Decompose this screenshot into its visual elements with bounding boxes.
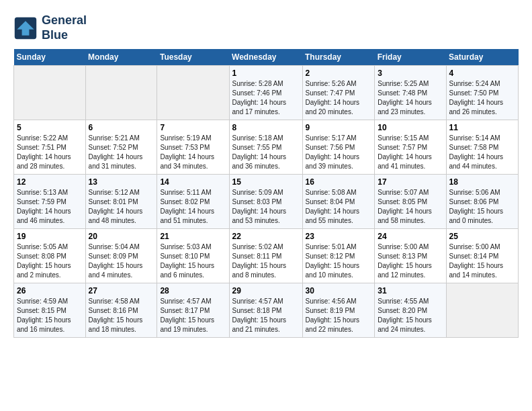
calendar-week-row: 19Sunrise: 5:05 AM Sunset: 8:08 PM Dayli…	[14, 229, 519, 283]
day-number: 18	[449, 177, 516, 187]
calendar-week-row: 5Sunrise: 5:22 AM Sunset: 7:51 PM Daylig…	[14, 120, 519, 175]
calendar-day-cell: 2Sunrise: 5:26 AM Sunset: 7:47 PM Daylig…	[302, 66, 375, 120]
day-info: Sunrise: 5:28 AM Sunset: 7:46 PM Dayligh…	[232, 79, 300, 117]
day-number: 20	[89, 232, 154, 241]
weekday-header-cell: Monday	[85, 49, 157, 66]
day-info: Sunrise: 5:05 AM Sunset: 8:08 PM Dayligh…	[17, 242, 83, 280]
weekday-header-cell: Saturday	[446, 49, 519, 66]
calendar-day-cell: 23Sunrise: 5:01 AM Sunset: 8:12 PM Dayli…	[302, 229, 375, 283]
day-info: Sunrise: 5:02 AM Sunset: 8:11 PM Dayligh…	[232, 242, 300, 280]
day-info: Sunrise: 5:08 AM Sunset: 8:04 PM Dayligh…	[306, 188, 372, 226]
day-info: Sunrise: 5:19 AM Sunset: 7:53 PM Dayligh…	[160, 134, 226, 171]
day-number: 21	[160, 232, 226, 241]
calendar-week-row: 1Sunrise: 5:28 AM Sunset: 7:46 PM Daylig…	[14, 66, 519, 120]
day-number: 3	[378, 68, 443, 78]
day-number: 13	[89, 177, 154, 187]
calendar-day-cell: 27Sunrise: 4:58 AM Sunset: 8:16 PM Dayli…	[85, 283, 157, 338]
day-number: 25	[449, 232, 516, 241]
day-number: 16	[306, 177, 372, 187]
day-info: Sunrise: 5:01 AM Sunset: 8:12 PM Dayligh…	[306, 242, 372, 280]
calendar-day-cell: 8Sunrise: 5:18 AM Sunset: 7:55 PM Daylig…	[229, 120, 302, 175]
calendar-day-cell: 29Sunrise: 4:57 AM Sunset: 8:18 PM Dayli…	[229, 283, 302, 338]
calendar-week-row: 26Sunrise: 4:59 AM Sunset: 8:15 PM Dayli…	[14, 283, 519, 338]
day-info: Sunrise: 4:58 AM Sunset: 8:16 PM Dayligh…	[89, 297, 154, 334]
day-number: 2	[306, 68, 372, 78]
day-number: 22	[232, 232, 300, 241]
day-info: Sunrise: 5:04 AM Sunset: 8:09 PM Dayligh…	[89, 242, 154, 280]
day-info: Sunrise: 4:56 AM Sunset: 8:19 PM Dayligh…	[306, 297, 372, 334]
calendar-day-cell: 10Sunrise: 5:15 AM Sunset: 7:57 PM Dayli…	[375, 120, 446, 175]
weekday-header-cell: Wednesday	[229, 49, 302, 66]
calendar-day-cell	[14, 66, 86, 120]
calendar-day-cell: 6Sunrise: 5:21 AM Sunset: 7:52 PM Daylig…	[85, 120, 157, 175]
weekday-header-cell: Sunday	[14, 49, 86, 66]
day-info: Sunrise: 4:57 AM Sunset: 8:18 PM Dayligh…	[232, 297, 300, 334]
calendar-day-cell: 20Sunrise: 5:04 AM Sunset: 8:09 PM Dayli…	[85, 229, 157, 283]
day-number: 5	[17, 123, 83, 132]
day-number: 24	[378, 232, 443, 241]
day-info: Sunrise: 5:22 AM Sunset: 7:51 PM Dayligh…	[17, 134, 83, 171]
day-info: Sunrise: 5:14 AM Sunset: 7:58 PM Dayligh…	[449, 134, 516, 171]
day-info: Sunrise: 5:06 AM Sunset: 8:06 PM Dayligh…	[449, 188, 516, 226]
logo-text: General Blue	[42, 13, 87, 42]
day-info: Sunrise: 5:00 AM Sunset: 8:13 PM Dayligh…	[378, 242, 443, 280]
weekday-header-cell: Tuesday	[157, 49, 229, 66]
calendar-week-row: 12Sunrise: 5:13 AM Sunset: 7:59 PM Dayli…	[14, 175, 519, 229]
day-info: Sunrise: 5:26 AM Sunset: 7:47 PM Dayligh…	[306, 79, 372, 117]
day-info: Sunrise: 5:09 AM Sunset: 8:03 PM Dayligh…	[232, 188, 300, 226]
calendar-day-cell: 22Sunrise: 5:02 AM Sunset: 8:11 PM Dayli…	[229, 229, 302, 283]
page-header: General Blue	[13, 13, 519, 42]
calendar-day-cell: 30Sunrise: 4:56 AM Sunset: 8:19 PM Dayli…	[302, 283, 375, 338]
day-info: Sunrise: 4:57 AM Sunset: 8:17 PM Dayligh…	[160, 297, 226, 334]
calendar-day-cell: 26Sunrise: 4:59 AM Sunset: 8:15 PM Dayli…	[14, 283, 86, 338]
calendar-day-cell: 31Sunrise: 4:55 AM Sunset: 8:20 PM Dayli…	[375, 283, 446, 338]
calendar-day-cell: 1Sunrise: 5:28 AM Sunset: 7:46 PM Daylig…	[229, 66, 302, 120]
calendar-day-cell: 21Sunrise: 5:03 AM Sunset: 8:10 PM Dayli…	[157, 229, 229, 283]
day-info: Sunrise: 5:12 AM Sunset: 8:01 PM Dayligh…	[89, 188, 154, 226]
calendar-day-cell	[85, 66, 157, 120]
calendar-day-cell: 16Sunrise: 5:08 AM Sunset: 8:04 PM Dayli…	[302, 175, 375, 229]
day-number: 6	[89, 123, 154, 132]
calendar-day-cell: 24Sunrise: 5:00 AM Sunset: 8:13 PM Dayli…	[375, 229, 446, 283]
day-info: Sunrise: 5:13 AM Sunset: 7:59 PM Dayligh…	[17, 188, 83, 226]
day-number: 29	[232, 286, 300, 295]
day-info: Sunrise: 5:15 AM Sunset: 7:57 PM Dayligh…	[378, 134, 443, 171]
calendar-day-cell: 5Sunrise: 5:22 AM Sunset: 7:51 PM Daylig…	[14, 120, 86, 175]
day-number: 12	[17, 177, 83, 187]
day-info: Sunrise: 5:11 AM Sunset: 8:02 PM Dayligh…	[160, 188, 226, 226]
day-info: Sunrise: 4:59 AM Sunset: 8:15 PM Dayligh…	[17, 297, 83, 334]
day-info: Sunrise: 5:21 AM Sunset: 7:52 PM Dayligh…	[89, 134, 154, 171]
calendar-day-cell: 3Sunrise: 5:25 AM Sunset: 7:48 PM Daylig…	[375, 66, 446, 120]
logo: General Blue	[13, 13, 87, 42]
day-info: Sunrise: 5:25 AM Sunset: 7:48 PM Dayligh…	[378, 79, 443, 117]
day-number: 27	[89, 286, 154, 295]
calendar-day-cell: 25Sunrise: 5:00 AM Sunset: 8:14 PM Dayli…	[446, 229, 519, 283]
day-number: 23	[306, 232, 372, 241]
day-number: 9	[306, 123, 372, 132]
calendar-day-cell: 7Sunrise: 5:19 AM Sunset: 7:53 PM Daylig…	[157, 120, 229, 175]
day-info: Sunrise: 5:00 AM Sunset: 8:14 PM Dayligh…	[449, 242, 516, 280]
day-number: 11	[449, 123, 516, 132]
day-number: 30	[306, 286, 372, 295]
calendar-day-cell: 15Sunrise: 5:09 AM Sunset: 8:03 PM Dayli…	[229, 175, 302, 229]
day-number: 15	[232, 177, 300, 187]
day-number: 28	[160, 286, 226, 295]
calendar-day-cell: 11Sunrise: 5:14 AM Sunset: 7:58 PM Dayli…	[446, 120, 519, 175]
day-info: Sunrise: 4:55 AM Sunset: 8:20 PM Dayligh…	[378, 297, 443, 334]
day-number: 26	[17, 286, 83, 295]
day-number: 7	[160, 123, 226, 132]
day-number: 31	[378, 286, 443, 295]
calendar-day-cell: 28Sunrise: 4:57 AM Sunset: 8:17 PM Dayli…	[157, 283, 229, 338]
day-info: Sunrise: 5:18 AM Sunset: 7:55 PM Dayligh…	[232, 134, 300, 171]
calendar-day-cell	[157, 66, 229, 120]
calendar-day-cell: 9Sunrise: 5:17 AM Sunset: 7:56 PM Daylig…	[302, 120, 375, 175]
calendar-day-cell: 17Sunrise: 5:07 AM Sunset: 8:05 PM Dayli…	[375, 175, 446, 229]
calendar-table: SundayMondayTuesdayWednesdayThursdayFrid…	[13, 49, 519, 338]
day-info: Sunrise: 5:17 AM Sunset: 7:56 PM Dayligh…	[306, 134, 372, 171]
day-number: 19	[17, 232, 83, 241]
calendar-day-cell: 14Sunrise: 5:11 AM Sunset: 8:02 PM Dayli…	[157, 175, 229, 229]
weekday-header-cell: Thursday	[302, 49, 375, 66]
day-number: 1	[232, 68, 300, 78]
calendar-body: 1Sunrise: 5:28 AM Sunset: 7:46 PM Daylig…	[14, 66, 519, 338]
day-info: Sunrise: 5:07 AM Sunset: 8:05 PM Dayligh…	[378, 188, 443, 226]
